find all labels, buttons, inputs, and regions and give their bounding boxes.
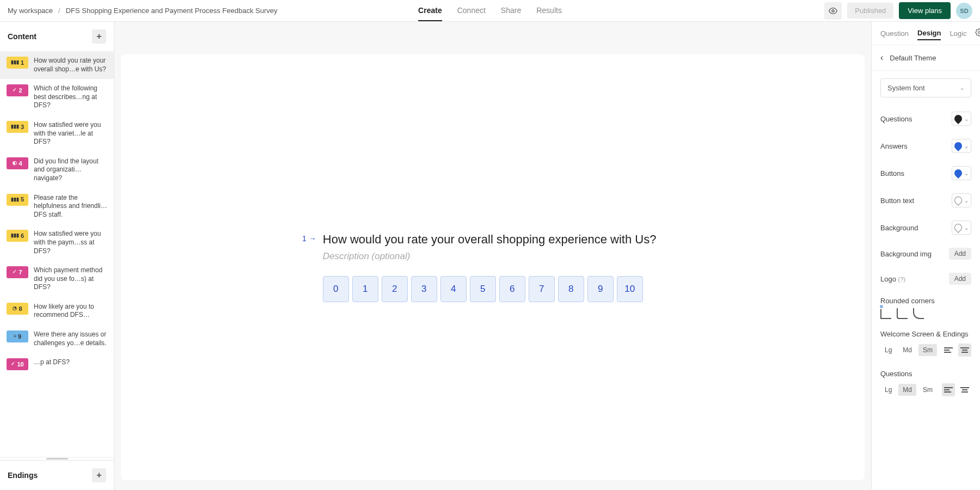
circle-icon: ◐ <box>13 160 17 167</box>
breadcrumb: My workspace / DFS Shopping Experience a… <box>8 7 277 15</box>
drop-icon <box>953 168 964 179</box>
preview-button[interactable] <box>824 2 842 20</box>
scale-2[interactable]: 2 <box>382 276 408 302</box>
prop-buttons: Buttons ⌄ <box>872 160 980 187</box>
view-plans-button[interactable]: View plans <box>899 2 951 19</box>
questions-color[interactable]: ⌄ <box>952 112 971 126</box>
corner-large[interactable] <box>913 308 924 319</box>
questions-sizes: Lg Md Sm <box>872 381 980 404</box>
question-badge: ✓7 <box>7 266 28 278</box>
answers-color[interactable]: ⌄ <box>952 139 971 153</box>
align-center[interactable] <box>958 344 971 357</box>
lines-icon: ≡ <box>14 333 16 340</box>
welcome-lg[interactable]: Lg <box>880 344 896 356</box>
tab-logic[interactable]: Logic <box>950 29 966 38</box>
tab-results[interactable]: Results <box>536 1 562 21</box>
prop-background: Background ⌄ <box>872 214 980 241</box>
add-content-button[interactable]: + <box>92 29 106 44</box>
eye-icon <box>829 7 837 15</box>
back-icon[interactable]: ‹ <box>880 53 883 63</box>
avatar[interactable]: SD <box>956 3 972 19</box>
question-title[interactable]: How would you rate your overall shopping… <box>323 232 683 247</box>
font-select[interactable]: System font ⌄ <box>880 78 971 97</box>
sidebar-item-2[interactable]: ✓2Which of the following best describes…… <box>0 79 114 115</box>
question-badge: ◔8 <box>7 303 28 315</box>
font-value: System font <box>887 84 925 92</box>
align-left[interactable] <box>942 344 955 357</box>
question-summary: How would you rate your overall shop…e w… <box>34 57 107 74</box>
prop-buttons-label: Buttons <box>880 169 904 177</box>
scale-5[interactable]: 5 <box>470 276 496 302</box>
question-number: 1 → <box>302 234 316 243</box>
check-icon: ✓ <box>11 361 15 367</box>
add-logo-button[interactable]: Add <box>949 273 971 285</box>
check-icon: ✓ <box>13 269 17 275</box>
scale-10[interactable]: 10 <box>617 276 643 302</box>
theme-row[interactable]: ‹ Default Theme <box>872 45 980 71</box>
right-tabs: Question Design Logic <box>872 22 980 45</box>
scale-1[interactable]: 1 <box>352 276 378 302</box>
add-bgimg-button[interactable]: Add <box>949 248 971 260</box>
chevron-down-icon: ⌄ <box>960 85 964 91</box>
breadcrumb-workspace[interactable]: My workspace <box>8 7 53 15</box>
drop-icon <box>953 113 964 124</box>
sidebar-item-6[interactable]: ▮▮▮6How satisfied were you with the paym… <box>0 224 114 261</box>
tab-question[interactable]: Question <box>880 29 909 38</box>
background-color[interactable]: ⌄ <box>952 220 971 235</box>
sidebar-item-7[interactable]: ✓7Which payment method did you use fo…s)… <box>0 261 114 297</box>
sidebar-item-9[interactable]: ≡9Were there any issues or challenges yo… <box>0 325 114 353</box>
scale-6[interactable]: 6 <box>499 276 525 302</box>
top-nav: Create Connect Share Results <box>418 1 562 21</box>
question-list: ▮▮▮1How would you rate your overall shop… <box>0 51 114 457</box>
prop-questions-label: Questions <box>880 115 912 123</box>
prop-logo-label: Logo <box>880 275 896 283</box>
breadcrumb-title[interactable]: DFS Shopping Experience and Payment Proc… <box>66 7 278 15</box>
question-badge: ✓10 <box>7 358 28 370</box>
question-description[interactable]: Description (optional) <box>323 251 683 262</box>
tab-create[interactable]: Create <box>418 1 442 21</box>
drop-icon <box>953 140 964 151</box>
tab-design[interactable]: Design <box>917 29 941 40</box>
add-ending-button[interactable]: + <box>92 468 106 482</box>
prop-answers: Answers ⌄ <box>872 132 980 160</box>
corner-none[interactable] <box>880 308 891 319</box>
bars-icon: ▮▮▮ <box>11 59 19 66</box>
active-dot <box>879 304 884 309</box>
sidebar-item-4[interactable]: ◐4Did you find the layout and organizati… <box>0 152 114 188</box>
question-badge: ▮▮▮1 <box>7 57 28 69</box>
gear-icon <box>975 28 980 36</box>
drop-icon <box>953 195 964 206</box>
scale-7[interactable]: 7 <box>529 276 555 302</box>
welcome-md[interactable]: Md <box>898 344 916 356</box>
tab-connect[interactable]: Connect <box>457 1 486 21</box>
corner-small[interactable] <box>897 308 908 319</box>
scale-0[interactable]: 0 <box>323 276 349 302</box>
sidebar-content-label: Content <box>8 32 36 41</box>
q-sm[interactable]: Sm <box>918 384 937 396</box>
q-md[interactable]: Md <box>898 384 916 396</box>
prop-bgimg-label: Background img <box>880 250 932 258</box>
sidebar-item-8[interactable]: ◔8How likely are you to recommend DFS… <box>0 297 114 325</box>
scale-3[interactable]: 3 <box>411 276 437 302</box>
prop-logo: Logo (?) Add <box>872 266 980 291</box>
question-badge: ≡9 <box>7 330 28 342</box>
prop-questions: Questions ⌄ <box>872 105 980 132</box>
buttons-color[interactable]: ⌄ <box>952 166 971 180</box>
scale-9[interactable]: 9 <box>587 276 614 302</box>
sidebar-item-3[interactable]: ▮▮▮3How satisfied were you with the vari… <box>0 115 114 152</box>
sidebar-endings-header: Endings + <box>0 460 114 490</box>
tab-share[interactable]: Share <box>501 1 521 21</box>
scale-8[interactable]: 8 <box>558 276 584 302</box>
sidebar-item-10[interactable]: ✓10…p at DFS? <box>0 353 114 376</box>
q-lg[interactable]: Lg <box>880 384 896 396</box>
welcome-sm[interactable]: Sm <box>918 344 937 356</box>
q-align-center[interactable] <box>958 383 971 396</box>
q-align-left[interactable] <box>942 383 955 396</box>
scale-4[interactable]: 4 <box>440 276 467 302</box>
buttontext-color[interactable]: ⌄ <box>952 193 971 207</box>
sidebar-item-1[interactable]: ▮▮▮1How would you rate your overall shop… <box>0 51 114 79</box>
settings-button[interactable] <box>975 28 980 38</box>
question-summary: How satisfied were you with the paym…ss … <box>34 230 107 255</box>
sidebar-item-5[interactable]: ▮▮▮5Please rate the helpfulness and frie… <box>0 188 114 225</box>
prop-answers-label: Answers <box>880 142 908 150</box>
